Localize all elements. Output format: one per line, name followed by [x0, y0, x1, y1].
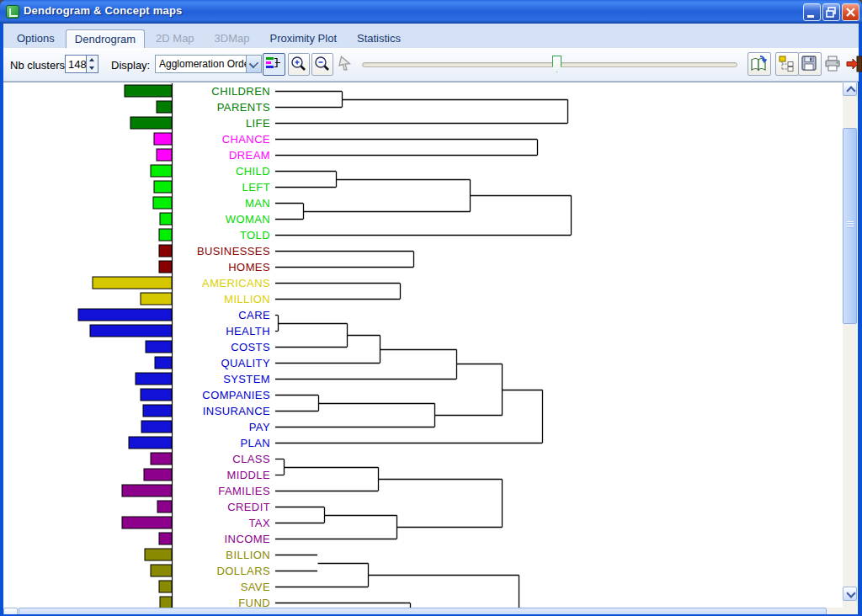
printer-icon [823, 55, 842, 73]
book-icon [749, 54, 769, 74]
tab-options[interactable]: Options [8, 29, 64, 48]
nb-clusters-label: Nb clusters: [10, 59, 68, 72]
chevron-up-icon [846, 86, 855, 95]
minimize-icon [804, 4, 820, 20]
display-label: Display: [111, 59, 150, 72]
pointer-icon [336, 55, 354, 73]
close-button[interactable] [842, 3, 859, 21]
tab-proximity-plot[interactable]: Proximity Plot [261, 29, 346, 48]
zoom-slider[interactable] [362, 60, 737, 70]
zoom-out-icon [313, 55, 333, 74]
scroll-up-button[interactable] [843, 82, 857, 96]
zoom-in-button[interactable] [288, 53, 310, 76]
save-button[interactable] [798, 52, 822, 76]
restore-button[interactable] [822, 3, 840, 21]
chevron-down-icon [846, 588, 855, 597]
restore-icon [823, 4, 839, 20]
close-icon [843, 4, 859, 20]
vertical-scroll-thumb[interactable] [843, 128, 857, 324]
window-title: Dendrogram & Concept maps [24, 4, 182, 17]
exit-button[interactable] [844, 54, 862, 74]
app-icon [6, 5, 19, 19]
scroll-down-button[interactable] [843, 587, 857, 601]
display-combobox[interactable]: Agglomeration Order [155, 55, 262, 73]
tab-3dmap: 3DMap [205, 29, 259, 48]
exit-icon [845, 55, 862, 73]
tab-statistics[interactable]: Statistics [348, 29, 410, 48]
dendrogram-display-button[interactable] [263, 53, 285, 76]
slider-track[interactable] [362, 62, 737, 67]
zoom-out-button[interactable] [311, 53, 333, 76]
dendrogram-display-icon [264, 55, 284, 74]
tab-strip: OptionsDendrogram2D Map3DMapProximity Pl… [3, 24, 859, 48]
tab-dendrogram[interactable]: Dendrogram [66, 29, 145, 49]
dendrogram-plot [3, 82, 858, 614]
spinner-up-button[interactable] [87, 56, 98, 64]
nb-clusters-spinner [65, 55, 98, 73]
minimize-button[interactable] [803, 3, 821, 21]
save-icon [800, 54, 820, 74]
app-window: Dendrogram & Concept maps OptionsDendrog… [0, 0, 862, 616]
slider-thumb[interactable] [552, 56, 561, 72]
spinner-down-button[interactable] [87, 64, 98, 72]
zoom-in-icon [290, 55, 309, 74]
spinner-buttons [86, 56, 98, 72]
print-button[interactable] [822, 54, 843, 74]
titlebar: Dendrogram & Concept maps [0, 0, 862, 24]
tree-view-icon [777, 54, 797, 74]
tab-2d-map: 2D Map [146, 29, 204, 48]
chevron-down-icon[interactable] [246, 56, 261, 72]
tree-view-button[interactable] [775, 52, 799, 76]
nb-clusters-input[interactable] [66, 56, 86, 72]
toolbar: Nb clusters: Display: Agglomeration Orde… [3, 48, 859, 82]
display-combobox-value: Agglomeration Order [159, 58, 253, 70]
report-button[interactable] [748, 52, 771, 76]
vertical-scrollbar[interactable] [843, 82, 857, 608]
